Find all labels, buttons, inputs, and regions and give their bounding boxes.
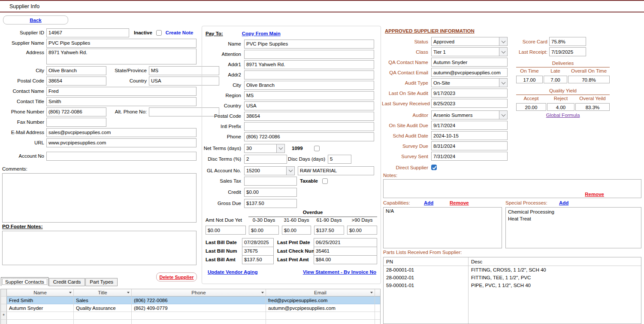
payto-city-input[interactable] <box>244 81 374 90</box>
contact-phone-cell[interactable]: (806) 722-0086 <box>132 296 266 304</box>
class-input[interactable] <box>431 47 499 56</box>
parts-pn-cell[interactable]: 28-00001-01 <box>384 267 468 272</box>
back-link[interactable]: Back <box>30 18 42 23</box>
onsite-audit-due-input[interactable] <box>431 121 508 130</box>
contact-phone-cell[interactable] <box>132 312 266 320</box>
aging-31-60-input[interactable] <box>282 226 311 235</box>
aging-90plus-input[interactable] <box>347 226 377 235</box>
postal-input[interactable] <box>46 76 106 86</box>
auditor-input[interactable] <box>431 110 499 119</box>
city-input[interactable] <box>46 66 106 75</box>
notes-box[interactable]: Remove <box>383 179 641 198</box>
gl-account-dropdown-button[interactable] <box>286 166 295 175</box>
auditor-dropdown-button[interactable] <box>499 110 508 119</box>
filter-arrow-icon[interactable] <box>261 292 264 293</box>
disc-days-input[interactable] <box>328 155 351 164</box>
score-card-input[interactable] <box>549 37 586 46</box>
capabilities-item[interactable]: N/A <box>386 208 499 214</box>
address-input[interactable] <box>46 49 197 64</box>
qa-contact-name-input[interactable] <box>431 58 508 67</box>
payto-intl-prefix-input[interactable] <box>244 122 374 131</box>
special-processes-add-link[interactable]: Add <box>559 200 568 205</box>
global-formula-link[interactable]: Global Formula <box>546 113 580 118</box>
last-bill-num-input[interactable] <box>242 247 274 256</box>
create-note-link[interactable]: Create Note <box>166 30 194 35</box>
contact-name-cell[interactable]: Fred Smith <box>7 296 74 304</box>
contact-email-cell[interactable]: autumn@pvcpipesupplies.com <box>266 304 375 312</box>
contact-phone-cell[interactable]: (862) 409-0779 <box>132 304 266 312</box>
contact-new-row[interactable]: * <box>1 312 380 320</box>
parts-header-desc[interactable]: Desc <box>468 259 641 264</box>
qa-contact-email-input[interactable] <box>431 68 508 77</box>
survey-sent-input[interactable] <box>431 152 508 161</box>
fax-input[interactable] <box>46 118 106 127</box>
ten99-checkbox[interactable] <box>314 146 320 151</box>
special-process-item[interactable]: Chemical Processing <box>508 208 639 215</box>
parts-pn-cell[interactable]: 28-00002-01 <box>384 275 468 280</box>
status-dropdown-button[interactable] <box>499 37 508 46</box>
parts-desc-cell[interactable]: FITTING, CROSS, 1 1/2", SCH 40 <box>468 267 641 272</box>
aging-0-30-input[interactable] <box>249 226 279 235</box>
contact-title-input[interactable] <box>46 97 197 106</box>
payto-name-input[interactable] <box>244 40 374 49</box>
contact-name-cell[interactable]: Autumn Snyder <box>7 304 74 312</box>
special-process-item[interactable]: Heat Treat <box>508 215 639 222</box>
delete-supplier-link[interactable]: Delete Supplier <box>159 275 194 280</box>
capabilities-remove-link[interactable]: Remove <box>450 200 469 205</box>
tab-supplier-contacts[interactable]: Supplier Contacts <box>1 277 48 286</box>
payto-postal-input[interactable] <box>244 112 374 121</box>
inactive-checkbox[interactable] <box>156 30 162 36</box>
aging-61-90-input[interactable] <box>314 226 344 235</box>
contacts-header-title[interactable]: Title <box>74 289 132 296</box>
payto-country-input[interactable] <box>244 101 374 110</box>
special-processes-listbox[interactable]: Chemical Processing Heat Treat <box>505 207 641 248</box>
last-bill-amt-input[interactable] <box>242 255 274 264</box>
contact-name-cell[interactable] <box>7 312 74 320</box>
filter-arrow-icon[interactable] <box>370 292 373 293</box>
contact-row[interactable]: Autumn Snyder Quality Assurance (862) 40… <box>1 304 380 312</box>
parts-desc-cell[interactable]: PIPE, PVC, 1 1/2", SCH 40 <box>468 283 641 288</box>
direct-supplier-checkbox[interactable] <box>431 165 437 170</box>
notes-remove-link[interactable]: Remove <box>585 192 604 197</box>
last-survey-received-input[interactable] <box>431 99 508 108</box>
status-input[interactable] <box>431 37 499 46</box>
disc-terms-input[interactable] <box>244 155 287 164</box>
contacts-header-phone[interactable]: Phone <box>132 289 266 296</box>
supplier-name-input[interactable] <box>46 39 197 48</box>
contact-email-cell[interactable] <box>266 312 375 320</box>
filter-arrow-icon[interactable] <box>127 292 130 293</box>
payto-phone-input[interactable] <box>244 132 374 141</box>
parts-row[interactable]: 59-00001-01 PIPE, PVC, 1 1/2", SCH 40 <box>384 281 641 289</box>
view-statement-link[interactable]: View Statement - By Invoice No <box>303 269 376 275</box>
parts-row[interactable]: 28-00001-01 FITTING, CROSS, 1 1/2", SCH … <box>384 266 641 274</box>
comments-textarea[interactable] <box>2 173 197 223</box>
last-pmt-date-input[interactable] <box>314 238 377 247</box>
parts-row[interactable]: 28-00002-01 FITTING, TEE, 1 1/2", PVC <box>384 274 641 281</box>
payto-region-input[interactable] <box>244 91 374 100</box>
class-dropdown-button[interactable] <box>499 47 508 56</box>
contacts-header-email[interactable]: Email <box>266 289 375 296</box>
delete-supplier-button[interactable]: Delete Supplier <box>156 272 197 281</box>
back-button[interactable]: Back <box>3 15 68 24</box>
last-bill-date-input[interactable] <box>242 238 274 247</box>
taxable-checkbox[interactable] <box>322 178 328 184</box>
filter-arrow-icon[interactable] <box>69 292 72 293</box>
audit-type-dropdown-button[interactable] <box>499 78 508 87</box>
copy-from-main-link[interactable]: Copy From Main <box>242 31 281 36</box>
po-footer-notes-textarea[interactable] <box>2 231 197 265</box>
account-input[interactable] <box>46 152 197 161</box>
supplier-id-input[interactable] <box>46 28 129 37</box>
payto-addr2-input[interactable] <box>244 70 374 79</box>
url-input[interactable] <box>46 138 197 147</box>
contact-row-selected[interactable]: Fred Smith Sales (806) 722-0086 fred@pvc… <box>1 296 380 304</box>
last-pmt-amt-input[interactable] <box>314 255 377 264</box>
parts-desc-cell[interactable]: FITTING, TEE, 1 1/2", PVC <box>468 275 641 280</box>
net-terms-dropdown-button[interactable] <box>276 144 285 153</box>
aging-not-due-input[interactable] <box>206 226 246 235</box>
phone-input[interactable] <box>46 107 106 116</box>
row-selector[interactable] <box>1 304 7 312</box>
new-record-marker[interactable]: * <box>1 312 7 320</box>
tab-credit-cards[interactable]: Credit Cards <box>49 278 85 286</box>
last-check-num-input[interactable] <box>314 247 377 256</box>
last-onsite-audit-input[interactable] <box>431 89 508 98</box>
